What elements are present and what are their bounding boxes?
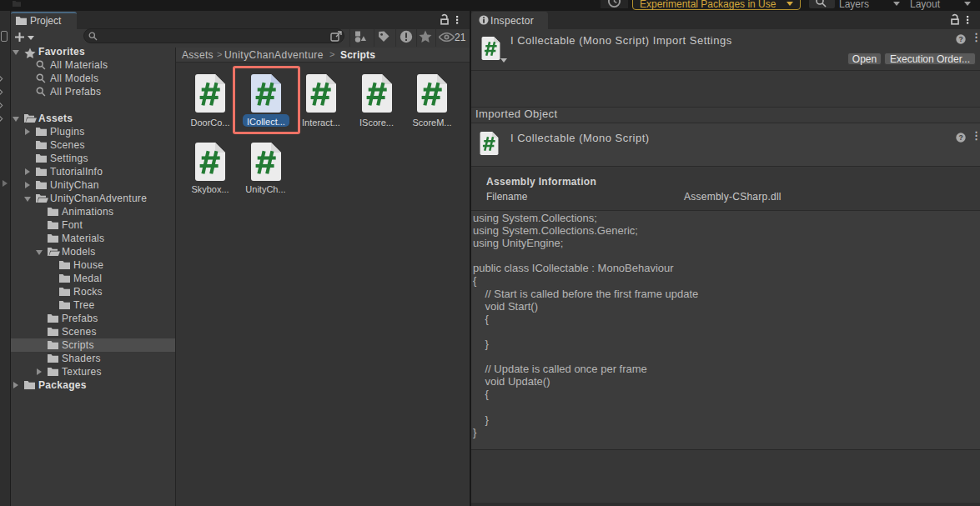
svg-text:?: ? [958, 133, 962, 142]
svg-text:?: ? [958, 35, 962, 43]
